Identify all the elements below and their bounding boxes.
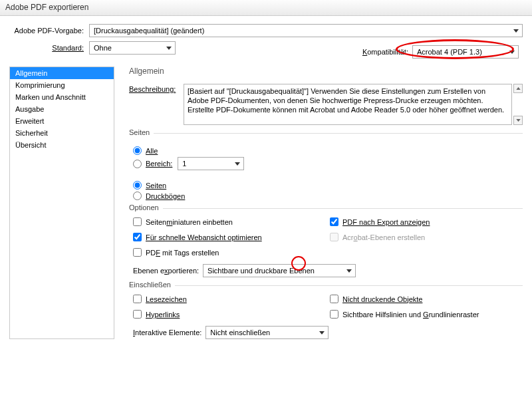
checkbox-acrobat-layers [330, 233, 338, 241]
radio-pages-label: Seiten [146, 182, 166, 190]
description-textarea[interactable]: [Basiert auf "[Druckausgabequalität]"] V… [184, 84, 512, 125]
interactive-combo[interactable]: Nicht einschließen [205, 326, 329, 339]
sidebar-item-ausgabe[interactable]: Ausgabe [10, 103, 114, 115]
checkbox-acrobat-layers-label: Acrobat-Ebenen erstellen [342, 233, 425, 241]
checkbox-hyperlinks-label: Hyperlinks [146, 311, 180, 319]
sidebar-item-komprimierung[interactable]: Komprimierung [10, 79, 114, 91]
chevron-down-icon [507, 47, 517, 57]
sidebar-item-sicherheit[interactable]: Sicherheit [10, 127, 114, 139]
window-titlebar: Adobe PDF exportieren [0, 0, 532, 16]
export-layers-combo[interactable]: Sichtbare und druckbare Ebenen [203, 264, 356, 277]
checkbox-view-after[interactable] [330, 217, 338, 226]
preset-combo[interactable]: [Druckausgabequalität] (geändert) [89, 24, 523, 37]
checkbox-fastweb[interactable] [133, 233, 142, 241]
standard-label: Standard: [9, 44, 89, 52]
range-combo[interactable]: 1 [178, 157, 244, 170]
chevron-down-icon [344, 266, 354, 275]
panel-title: Allgemein [129, 66, 523, 76]
checkbox-tagged-label: PDF mit Tags erstellen [146, 249, 219, 257]
checkbox-guides[interactable] [330, 310, 338, 319]
range-value: 1 [182, 160, 186, 168]
export-layers-label: Ebenen exportieren: [133, 267, 199, 275]
radio-spreads[interactable] [133, 192, 142, 200]
standard-value: Ohne [94, 44, 112, 52]
scroll-up-button[interactable] [513, 84, 523, 93]
radio-range-label: Bereich: [146, 160, 172, 168]
standard-combo[interactable]: Ohne [89, 41, 176, 55]
sidebar-item-uebersicht[interactable]: Übersicht [10, 139, 114, 151]
checkbox-bookmarks[interactable] [133, 295, 142, 303]
description-label: Beschreibung: [129, 84, 184, 125]
radio-spreads-label: Druckbögen [146, 192, 185, 200]
interactive-value: Nicht einschließen [210, 329, 270, 336]
checkbox-nonprint-label: Nicht druckende Objekte [342, 295, 422, 303]
window-title: Adobe PDF exportieren [5, 3, 88, 12]
sidebar-item-erweitert[interactable]: Erweitert [10, 115, 114, 127]
sidebar-item-marken[interactable]: Marken und Anschnitt [10, 91, 114, 103]
checkbox-guides-label: Sichtbare Hilfslinien und Grundlinienras… [342, 311, 479, 319]
checkbox-fastweb-label: Für schnelle Webansicht optimieren [146, 233, 262, 241]
preset-label: Adobe PDF-Vorgabe: [9, 27, 89, 35]
compat-combo[interactable]: Acrobat 4 (PDF 1.3) [412, 45, 519, 59]
compat-label: Kompatibilität: [362, 48, 408, 56]
chevron-down-icon [164, 43, 174, 53]
checkbox-tagged[interactable] [133, 248, 142, 257]
chevron-down-icon [511, 26, 521, 35]
preset-value: [Druckausgabequalität] (geändert) [94, 27, 204, 35]
compat-value: Acrobat 4 (PDF 1.3) [417, 48, 482, 56]
checkbox-nonprint[interactable] [330, 295, 338, 303]
pages-group-title: Seiten [129, 128, 154, 136]
export-layers-value: Sichtbare und druckbare Ebenen [207, 267, 315, 275]
checkbox-thumbs-label: Seitenminiaturen einbetten [146, 218, 233, 226]
checkbox-bookmarks-label: Lesezeichen [146, 295, 187, 303]
radio-range[interactable] [133, 160, 142, 168]
include-group-title: Einschließen [129, 281, 175, 289]
options-group-title: Optionen [129, 203, 163, 211]
scroll-down-button[interactable] [513, 116, 523, 125]
chevron-down-icon [233, 159, 242, 168]
checkbox-view-after-label: PDF nach Export anzeigen [342, 218, 430, 226]
checkbox-thumbs[interactable] [133, 217, 142, 226]
sidebar-item-allgemein[interactable]: Allgemein [10, 67, 114, 79]
radio-all[interactable] [133, 146, 142, 155]
chevron-down-icon [317, 328, 327, 337]
radio-pages[interactable] [133, 181, 142, 190]
interactive-label: Interaktive Elemente: [133, 329, 201, 336]
radio-all-label: Alle [146, 147, 158, 155]
category-sidebar: Allgemein Komprimierung Marken und Ansch… [9, 66, 114, 339]
checkbox-hyperlinks[interactable] [133, 310, 142, 319]
